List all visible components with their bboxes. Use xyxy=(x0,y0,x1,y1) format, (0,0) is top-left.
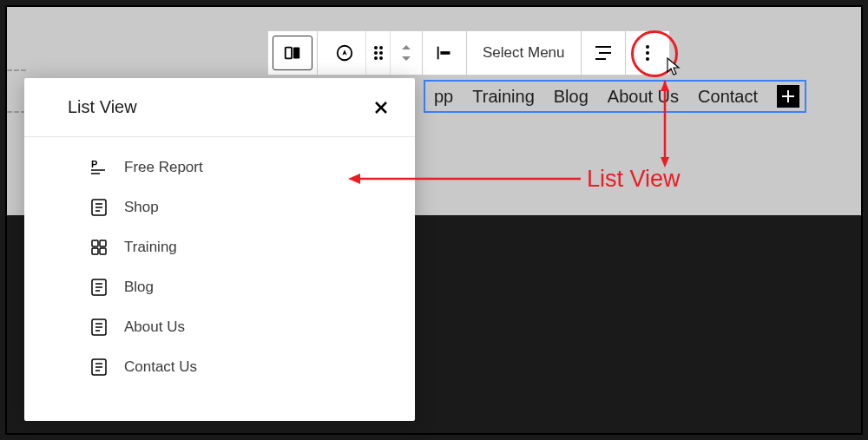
divider xyxy=(24,136,415,137)
chevron-updown-icon xyxy=(399,43,413,63)
columns-icon-button[interactable] xyxy=(273,36,312,70)
svg-point-6 xyxy=(379,51,383,55)
svg-rect-9 xyxy=(437,47,439,60)
columns-icon xyxy=(283,43,302,62)
selection-edge xyxy=(7,69,26,71)
selection-edge xyxy=(7,111,26,113)
list-item[interactable]: Blog xyxy=(24,267,415,307)
add-block-button[interactable] xyxy=(777,85,799,108)
page-icon xyxy=(89,198,108,217)
nav-item[interactable]: Contact xyxy=(698,87,758,107)
nav-item[interactable]: Blog xyxy=(554,87,589,107)
nav-item[interactable]: pp xyxy=(434,87,453,107)
svg-rect-10 xyxy=(440,51,450,55)
block-toolbar: Select Menu xyxy=(267,30,670,76)
more-icon xyxy=(645,44,650,62)
close-button[interactable] xyxy=(372,98,391,117)
page-icon xyxy=(89,358,108,377)
drag-handle-button[interactable] xyxy=(366,31,391,75)
grid-icon xyxy=(89,238,108,257)
list-item-label: Training xyxy=(124,239,177,256)
list-item[interactable]: Shop xyxy=(24,187,415,227)
svg-rect-27 xyxy=(100,248,106,254)
align-button[interactable] xyxy=(423,31,466,75)
align-left-icon xyxy=(435,43,454,62)
svg-rect-1 xyxy=(293,48,299,59)
plus-icon xyxy=(780,89,796,104)
list-view-icon xyxy=(594,45,613,61)
svg-point-8 xyxy=(379,56,383,60)
page-letter-icon: P xyxy=(89,158,108,177)
annotation-label: List View xyxy=(587,166,681,193)
list-view-panel: List View P Free Report Shop xyxy=(24,78,415,421)
list-item[interactable]: About Us xyxy=(24,307,415,347)
close-icon xyxy=(374,101,388,115)
list-item[interactable]: P Free Report xyxy=(24,148,415,187)
list-view-header: List View xyxy=(24,78,415,136)
svg-point-5 xyxy=(374,51,378,55)
svg-point-16 xyxy=(646,57,649,61)
svg-point-4 xyxy=(379,46,383,49)
move-button[interactable] xyxy=(391,31,422,75)
list-item[interactable]: Training xyxy=(24,227,415,267)
drag-icon xyxy=(372,45,385,61)
list-item[interactable]: Contact Us xyxy=(24,347,415,387)
nav-item[interactable]: About Us xyxy=(608,87,679,107)
list-item-label: About Us xyxy=(124,319,185,336)
list-item-label: Blog xyxy=(124,279,154,296)
svg-text:P: P xyxy=(91,159,97,169)
list-item-label: Shop xyxy=(124,199,159,216)
svg-point-3 xyxy=(374,46,378,49)
navigation-icon-button[interactable] xyxy=(323,31,366,75)
select-menu-button[interactable]: Select Menu xyxy=(467,31,581,75)
list-view-items: P Free Report Shop Training Bl xyxy=(24,144,415,391)
svg-point-14 xyxy=(646,45,649,49)
list-view-title: List View xyxy=(68,97,137,117)
svg-point-7 xyxy=(374,56,378,60)
page-icon xyxy=(89,318,108,337)
list-view-button[interactable] xyxy=(582,31,625,75)
list-item-label: Contact Us xyxy=(124,358,197,376)
nav-item[interactable]: Training xyxy=(472,87,535,107)
options-button[interactable] xyxy=(626,31,669,75)
page-icon xyxy=(89,278,108,297)
navigation-menu[interactable]: pp Training Blog About Us Contact xyxy=(424,80,806,113)
svg-rect-24 xyxy=(92,240,98,246)
svg-rect-25 xyxy=(100,240,106,246)
list-item-label: Free Report xyxy=(124,159,203,176)
svg-point-15 xyxy=(646,51,649,55)
svg-rect-0 xyxy=(286,48,292,59)
svg-rect-26 xyxy=(92,248,98,254)
navigation-icon xyxy=(335,43,354,62)
